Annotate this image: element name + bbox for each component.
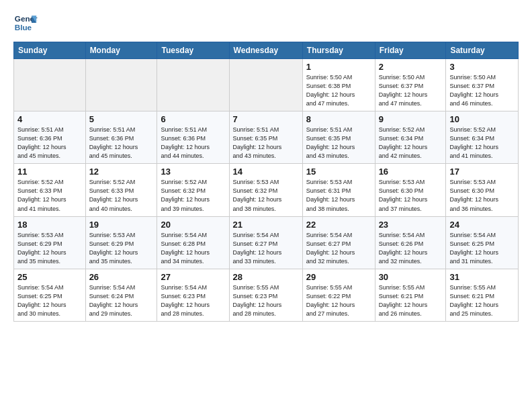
day-info: Sunrise: 5:53 AM Sunset: 6:30 PM Dayligh… (449, 178, 515, 213)
calendar-day-6: 6Sunrise: 5:51 AM Sunset: 6:36 PM Daylig… (157, 111, 229, 164)
calendar-day-19: 19Sunrise: 5:53 AM Sunset: 6:29 PM Dayli… (85, 216, 157, 269)
day-info: Sunrise: 5:54 AM Sunset: 6:26 PM Dayligh… (379, 231, 443, 266)
day-number: 10 (449, 114, 515, 124)
day-info: Sunrise: 5:51 AM Sunset: 6:35 PM Dayligh… (233, 126, 299, 161)
calendar-day-1: 1Sunrise: 5:50 AM Sunset: 6:38 PM Daylig… (302, 59, 375, 111)
day-info: Sunrise: 5:53 AM Sunset: 6:29 PM Dayligh… (89, 231, 154, 266)
calendar-day-8: 8Sunrise: 5:51 AM Sunset: 6:35 PM Daylig… (302, 111, 375, 164)
day-info: Sunrise: 5:53 AM Sunset: 6:32 PM Dayligh… (233, 178, 299, 213)
day-number: 28 (233, 272, 299, 282)
calendar-empty (157, 59, 229, 111)
calendar-day-12: 12Sunrise: 5:52 AM Sunset: 6:33 PM Dayli… (85, 164, 157, 216)
logo: General Blue (13, 11, 38, 35)
day-info: Sunrise: 5:52 AM Sunset: 6:33 PM Dayligh… (17, 178, 82, 213)
calendar-day-4: 4Sunrise: 5:51 AM Sunset: 6:36 PM Daylig… (14, 111, 86, 164)
generalblue-logo-icon: General Blue (13, 11, 38, 35)
day-info: Sunrise: 5:55 AM Sunset: 6:21 PM Dayligh… (449, 283, 515, 318)
calendar-day-20: 20Sunrise: 5:54 AM Sunset: 6:28 PM Dayli… (157, 216, 229, 269)
day-info: Sunrise: 5:52 AM Sunset: 6:33 PM Dayligh… (89, 178, 154, 213)
day-number: 18 (17, 220, 82, 230)
calendar-day-25: 25Sunrise: 5:54 AM Sunset: 6:25 PM Dayli… (14, 269, 86, 321)
day-number: 6 (161, 114, 225, 124)
day-info: Sunrise: 5:50 AM Sunset: 6:37 PM Dayligh… (449, 73, 515, 108)
calendar-day-26: 26Sunrise: 5:54 AM Sunset: 6:24 PM Dayli… (85, 269, 157, 321)
day-info: Sunrise: 5:52 AM Sunset: 6:34 PM Dayligh… (449, 126, 515, 161)
calendar-table: SundayMondayTuesdayWednesdayThursdayFrid… (13, 42, 519, 322)
day-number: 22 (306, 220, 371, 230)
weekday-header-saturday: Saturday (446, 42, 519, 59)
day-info: Sunrise: 5:53 AM Sunset: 6:30 PM Dayligh… (379, 178, 443, 213)
day-info: Sunrise: 5:54 AM Sunset: 6:23 PM Dayligh… (161, 283, 225, 318)
calendar-day-29: 29Sunrise: 5:55 AM Sunset: 6:22 PM Dayli… (302, 269, 375, 321)
weekday-header-friday: Friday (375, 42, 446, 59)
day-number: 5 (89, 114, 154, 124)
day-number: 2 (379, 62, 443, 72)
day-number: 31 (449, 272, 515, 282)
day-info: Sunrise: 5:51 AM Sunset: 6:36 PM Dayligh… (89, 126, 154, 161)
calendar-week-4: 18Sunrise: 5:53 AM Sunset: 6:29 PM Dayli… (14, 216, 519, 269)
weekday-header-thursday: Thursday (302, 42, 375, 59)
day-number: 9 (379, 114, 443, 124)
calendar-day-27: 27Sunrise: 5:54 AM Sunset: 6:23 PM Dayli… (157, 269, 229, 321)
day-info: Sunrise: 5:51 AM Sunset: 6:36 PM Dayligh… (161, 126, 225, 161)
day-number: 8 (306, 114, 371, 124)
day-number: 29 (306, 272, 371, 282)
calendar-day-11: 11Sunrise: 5:52 AM Sunset: 6:33 PM Dayli… (14, 164, 86, 216)
weekday-header-wednesday: Wednesday (229, 42, 302, 59)
day-number: 30 (379, 272, 443, 282)
day-number: 20 (161, 220, 225, 230)
day-number: 23 (379, 220, 443, 230)
calendar-day-24: 24Sunrise: 5:54 AM Sunset: 6:25 PM Dayli… (446, 216, 519, 269)
calendar-day-7: 7Sunrise: 5:51 AM Sunset: 6:35 PM Daylig… (229, 111, 302, 164)
day-info: Sunrise: 5:50 AM Sunset: 6:38 PM Dayligh… (306, 73, 371, 108)
calendar-empty (85, 59, 157, 111)
day-number: 12 (89, 167, 154, 177)
day-number: 1 (306, 62, 371, 72)
calendar-empty (229, 59, 302, 111)
calendar-day-22: 22Sunrise: 5:54 AM Sunset: 6:27 PM Dayli… (302, 216, 375, 269)
day-number: 16 (379, 167, 443, 177)
calendar-day-13: 13Sunrise: 5:52 AM Sunset: 6:32 PM Dayli… (157, 164, 229, 216)
day-info: Sunrise: 5:52 AM Sunset: 6:32 PM Dayligh… (161, 178, 225, 213)
day-number: 25 (17, 272, 82, 282)
calendar-week-5: 25Sunrise: 5:54 AM Sunset: 6:25 PM Dayli… (14, 269, 519, 321)
day-number: 24 (449, 220, 515, 230)
day-info: Sunrise: 5:54 AM Sunset: 6:28 PM Dayligh… (161, 231, 225, 266)
day-info: Sunrise: 5:51 AM Sunset: 6:36 PM Dayligh… (17, 126, 82, 161)
day-number: 3 (449, 62, 515, 72)
day-info: Sunrise: 5:55 AM Sunset: 6:21 PM Dayligh… (379, 283, 443, 318)
day-info: Sunrise: 5:50 AM Sunset: 6:37 PM Dayligh… (379, 73, 443, 108)
day-info: Sunrise: 5:53 AM Sunset: 6:29 PM Dayligh… (17, 231, 82, 266)
weekday-header-row: SundayMondayTuesdayWednesdayThursdayFrid… (14, 42, 519, 59)
calendar-day-10: 10Sunrise: 5:52 AM Sunset: 6:34 PM Dayli… (446, 111, 519, 164)
day-number: 15 (306, 167, 371, 177)
day-info: Sunrise: 5:54 AM Sunset: 6:27 PM Dayligh… (233, 231, 299, 266)
weekday-header-tuesday: Tuesday (157, 42, 229, 59)
day-info: Sunrise: 5:52 AM Sunset: 6:34 PM Dayligh… (379, 126, 443, 161)
day-number: 7 (233, 114, 299, 124)
day-number: 14 (233, 167, 299, 177)
calendar-day-18: 18Sunrise: 5:53 AM Sunset: 6:29 PM Dayli… (14, 216, 86, 269)
calendar-day-16: 16Sunrise: 5:53 AM Sunset: 6:30 PM Dayli… (375, 164, 446, 216)
day-number: 17 (449, 167, 515, 177)
weekday-header-monday: Monday (85, 42, 157, 59)
calendar-day-3: 3Sunrise: 5:50 AM Sunset: 6:37 PM Daylig… (446, 59, 519, 111)
day-number: 13 (161, 167, 225, 177)
day-number: 11 (17, 167, 82, 177)
calendar-day-17: 17Sunrise: 5:53 AM Sunset: 6:30 PM Dayli… (446, 164, 519, 216)
day-info: Sunrise: 5:54 AM Sunset: 6:27 PM Dayligh… (306, 231, 371, 266)
calendar-day-23: 23Sunrise: 5:54 AM Sunset: 6:26 PM Dayli… (375, 216, 446, 269)
calendar-day-15: 15Sunrise: 5:53 AM Sunset: 6:31 PM Dayli… (302, 164, 375, 216)
calendar-week-1: 1Sunrise: 5:50 AM Sunset: 6:38 PM Daylig… (14, 59, 519, 111)
day-number: 26 (89, 272, 154, 282)
day-info: Sunrise: 5:53 AM Sunset: 6:31 PM Dayligh… (306, 178, 371, 213)
calendar-week-2: 4Sunrise: 5:51 AM Sunset: 6:36 PM Daylig… (14, 111, 519, 164)
day-number: 27 (161, 272, 225, 282)
calendar-day-31: 31Sunrise: 5:55 AM Sunset: 6:21 PM Dayli… (446, 269, 519, 321)
day-number: 4 (17, 114, 82, 124)
day-number: 19 (89, 220, 154, 230)
day-info: Sunrise: 5:54 AM Sunset: 6:25 PM Dayligh… (17, 283, 82, 318)
day-info: Sunrise: 5:55 AM Sunset: 6:23 PM Dayligh… (233, 283, 299, 318)
day-info: Sunrise: 5:55 AM Sunset: 6:22 PM Dayligh… (306, 283, 371, 318)
calendar-day-30: 30Sunrise: 5:55 AM Sunset: 6:21 PM Dayli… (375, 269, 446, 321)
